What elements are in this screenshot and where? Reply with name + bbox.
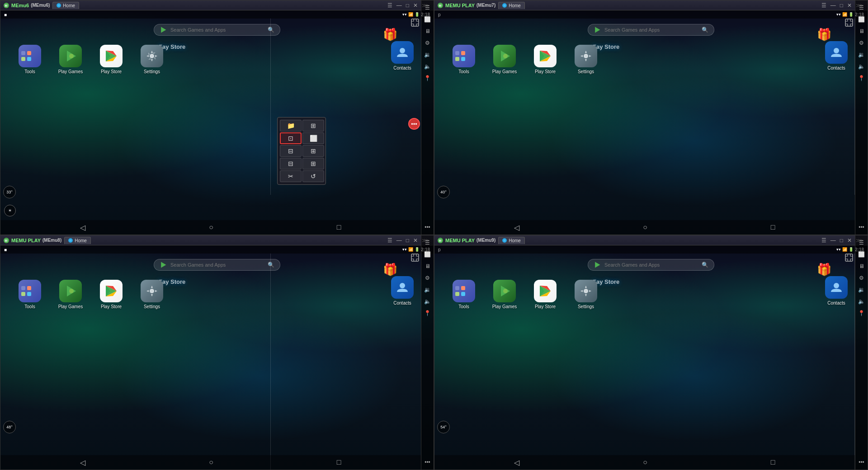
home-btn-br[interactable]: ○ xyxy=(639,456,651,468)
sidebar-screen-btn-bl[interactable]: 🖥 xyxy=(423,261,433,271)
menu-btn-br[interactable]: ☰ xyxy=(820,238,828,243)
search-bar-tl[interactable]: 🔍 xyxy=(154,24,280,36)
sidebar-loc-btn-br[interactable]: 📍 xyxy=(857,308,867,318)
app-playgames-bl[interactable]: Play Games xyxy=(50,278,91,311)
sidebar-vol-up-btn-br[interactable]: 🔉 xyxy=(857,285,867,295)
search-input-bl[interactable] xyxy=(170,262,264,268)
expand-btn-tr[interactable] xyxy=(845,19,853,28)
home-tab-bl[interactable]: Home xyxy=(64,237,91,244)
sidebar-screen-btn-br[interactable]: 🖥 xyxy=(857,261,867,271)
sidebar-settings-btn-tl[interactable]: ⚙ xyxy=(423,38,433,48)
back-btn-tr[interactable]: ◁ xyxy=(510,221,523,234)
sidebar-vol-down-btn-br[interactable]: 🔈 xyxy=(857,296,867,306)
sidebar-screenshot-btn-tl[interactable]: ⬜ xyxy=(423,14,433,24)
app-playstore-br[interactable]: Play Store xyxy=(525,278,566,311)
search-submit-tl[interactable]: 🔍 xyxy=(268,27,274,33)
sidebar-list-btn-tr[interactable]: ☰ xyxy=(857,3,867,13)
app-settings-br[interactable]: Settings xyxy=(566,278,606,311)
app-playstore-bl[interactable]: Play Store xyxy=(91,278,132,311)
popup-grid4-btn[interactable]: ⊞ xyxy=(302,120,324,132)
app-tools-br[interactable]: Tools xyxy=(443,278,484,311)
home-tab-tr[interactable]: Home xyxy=(498,2,525,9)
app-tools-bl[interactable]: Tools xyxy=(9,278,50,311)
search-bar-bl[interactable]: 🔍 xyxy=(154,259,280,271)
minimize-btn-br[interactable]: — xyxy=(829,238,837,243)
popup-split3v-btn[interactable]: ⊞ xyxy=(302,158,324,169)
minimize-btn-tl[interactable]: — xyxy=(395,3,403,8)
sidebar-loc-btn-bl[interactable]: 📍 xyxy=(423,308,433,318)
app-contacts-tr[interactable]: Contacts xyxy=(825,41,848,70)
search-submit-bl[interactable]: 🔍 xyxy=(268,262,274,268)
maximize-btn-tl[interactable]: □ xyxy=(405,3,410,8)
more-circle-btn[interactable]: ••• xyxy=(408,118,420,130)
search-submit-tr[interactable]: 🔍 xyxy=(702,27,708,33)
sidebar-vol-down-btn-bl[interactable]: 🔈 xyxy=(423,296,433,306)
sidebar-settings-btn-br[interactable]: ⚙ xyxy=(857,273,867,283)
close-btn-tr[interactable]: ✕ xyxy=(846,3,853,8)
app-contacts-tl[interactable]: Contacts xyxy=(391,41,414,70)
sidebar-screenshot-btn-bl[interactable]: ⬜ xyxy=(423,249,433,259)
close-btn-tl[interactable]: ✕ xyxy=(412,3,419,8)
sidebar-vol-down-btn-tl[interactable]: 🔈 xyxy=(423,61,433,71)
sidebar-more-btn-br[interactable]: ••• xyxy=(857,457,867,467)
sidebar-screen-btn-tr[interactable]: 🖥 xyxy=(857,26,867,36)
sidebar-vol-up-btn-tr[interactable]: 🔉 xyxy=(857,50,867,60)
search-input-br[interactable] xyxy=(604,262,698,268)
sidebar-list-btn-br[interactable]: ☰ xyxy=(857,238,867,248)
sidebar-vol-up-btn-bl[interactable]: 🔉 xyxy=(423,285,433,295)
expand-btn-br[interactable] xyxy=(845,254,853,263)
home-btn-bl[interactable]: ○ xyxy=(205,456,217,468)
sidebar-more-btn-tl[interactable]: ••• xyxy=(423,222,433,232)
minimize-btn-bl[interactable]: — xyxy=(395,238,403,243)
menu-btn-bl[interactable]: ☰ xyxy=(386,238,394,243)
back-btn-tl[interactable]: ◁ xyxy=(76,221,89,234)
recents-btn-bl[interactable]: □ xyxy=(333,456,345,468)
app-playstore-tl[interactable]: Play Store xyxy=(91,43,132,76)
expand-btn-tl[interactable] xyxy=(411,19,419,28)
popup-folder-btn[interactable]: 📁 xyxy=(280,120,302,132)
menu-btn-tl[interactable]: ☰ xyxy=(386,3,394,8)
sidebar-settings-btn-bl[interactable]: ⚙ xyxy=(423,273,433,283)
home-btn-tl[interactable]: ○ xyxy=(205,221,217,233)
popup-undo-btn[interactable]: ↺ xyxy=(302,170,324,182)
app-playgames-tl[interactable]: Play Games xyxy=(50,43,91,76)
popup-sq-btn[interactable]: ⬜ xyxy=(302,132,324,144)
brightness-btn-tl[interactable]: ☀ xyxy=(4,205,16,216)
sidebar-more-btn-bl[interactable]: ••• xyxy=(423,457,433,467)
sidebar-loc-btn-tr[interactable]: 📍 xyxy=(857,73,867,83)
sidebar-screen-btn-tl[interactable]: 🖥 xyxy=(423,26,433,36)
maximize-btn-br[interactable]: □ xyxy=(839,238,844,243)
close-btn-br[interactable]: ✕ xyxy=(846,238,853,243)
app-playgames-tr[interactable]: Play Games xyxy=(484,43,525,76)
search-bar-tr[interactable]: 🔍 xyxy=(588,24,714,36)
recents-btn-br[interactable]: □ xyxy=(767,456,779,468)
recents-btn-tr[interactable]: □ xyxy=(767,221,779,233)
popup-highlight-btn[interactable]: ⊡ xyxy=(280,132,302,144)
minimize-btn-tr[interactable]: — xyxy=(829,3,837,8)
app-playgames-br[interactable]: Play Games xyxy=(484,278,525,311)
sidebar-more-btn-tr[interactable]: ••• xyxy=(857,222,867,232)
maximize-btn-tr[interactable]: □ xyxy=(839,3,844,8)
search-bar-br[interactable]: 🔍 xyxy=(588,259,714,271)
app-contacts-bl[interactable]: Contacts xyxy=(391,276,414,306)
app-settings-bl[interactable]: Settings xyxy=(132,278,172,311)
app-settings-tr[interactable]: Settings xyxy=(566,43,606,76)
close-btn-bl[interactable]: ✕ xyxy=(412,238,419,243)
recents-btn-tl[interactable]: □ xyxy=(333,221,345,233)
sidebar-screenshot-btn-br[interactable]: ⬜ xyxy=(857,249,867,259)
menu-btn-tr[interactable]: ☰ xyxy=(820,3,828,8)
search-submit-br[interactable]: 🔍 xyxy=(702,262,708,268)
home-tab-br[interactable]: Home xyxy=(498,237,525,244)
search-input-tl[interactable] xyxy=(170,27,264,33)
sidebar-vol-down-btn-tr[interactable]: 🔈 xyxy=(857,61,867,71)
app-contacts-br[interactable]: Contacts xyxy=(825,276,848,306)
sidebar-list-btn-bl[interactable]: ☰ xyxy=(423,238,433,248)
popup-split3-btn[interactable]: ⊟ xyxy=(280,158,302,169)
home-btn-tr[interactable]: ○ xyxy=(639,221,651,233)
popup-cut-btn[interactable]: ✂ xyxy=(280,170,302,182)
search-input-tr[interactable] xyxy=(604,27,698,33)
sidebar-vol-up-btn-tl[interactable]: 🔉 xyxy=(423,50,433,60)
home-tab-tl[interactable]: Home xyxy=(52,2,79,9)
app-playstore-tr[interactable]: Play Store xyxy=(525,43,566,76)
back-btn-br[interactable]: ◁ xyxy=(510,456,523,469)
